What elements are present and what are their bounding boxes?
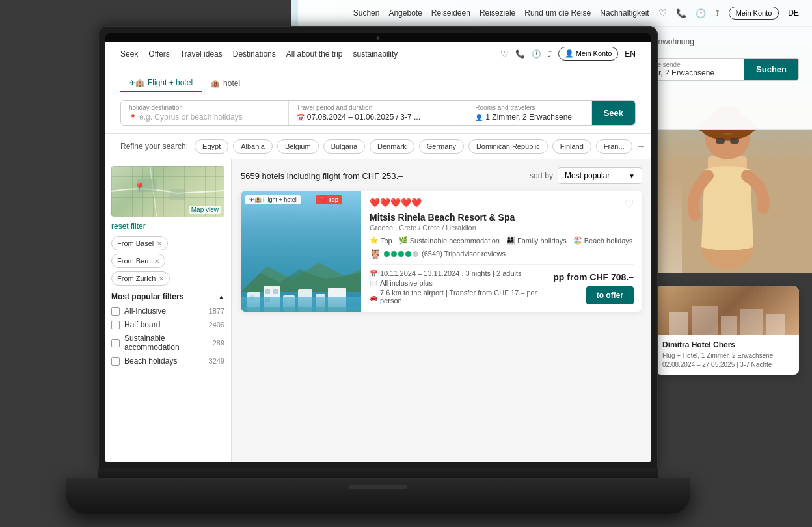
rooms-value[interactable]: 1 Zimmer, 2 Erwachsene <box>485 113 572 122</box>
reset-filter-link[interactable]: reset filter <box>111 222 224 231</box>
checkbox-sustainable[interactable] <box>111 339 120 347</box>
nav-seek[interactable]: Seek <box>120 49 138 59</box>
price-section: pp from CHF 708.– to offer <box>553 272 634 304</box>
filter-chip-basel[interactable]: From Basel ✕ <box>111 236 168 250</box>
chip-close-icon[interactable]: ✕ <box>157 240 162 247</box>
svg-rect-9 <box>669 312 688 335</box>
calendar-booking-icon: 📅 <box>370 270 377 277</box>
filter-all-inclusive[interactable]: All-Inclusive 1877 <box>111 306 224 316</box>
filter-beach-holidays[interactable]: Beach holidays 3249 <box>111 357 224 366</box>
chip-close-icon-zurich[interactable]: ✕ <box>159 275 164 282</box>
results-area: 5659 hotels including flight from CHF 25… <box>232 159 651 462</box>
nav-all-about[interactable]: All about the trip <box>286 49 343 59</box>
calendar-icon: 📅 <box>297 114 304 121</box>
svg-rect-15 <box>169 189 185 200</box>
filter-count-sustainable: 289 <box>213 339 224 347</box>
svg-rect-11 <box>721 316 737 335</box>
filter-arrow-right[interactable]: → <box>637 141 646 152</box>
hotel-details: ❤️❤️❤️❤️❤️ ♡ Mitsis Rinela Beach Resort … <box>361 191 642 312</box>
german-lang[interactable]: DE <box>788 8 799 18</box>
german-nav-angebote[interactable]: Angebote <box>388 8 422 18</box>
filter-tag-albania[interactable]: Albania <box>233 139 273 154</box>
share-icon[interactable]: ⤴ <box>715 8 720 18</box>
filter-chip-zurich[interactable]: From Zurich ✕ <box>111 271 170 286</box>
price-display: pp from CHF 708.– <box>553 272 634 282</box>
person-icon: 👤 <box>475 114 483 121</box>
lang-btn[interactable]: EN <box>625 49 636 59</box>
filter-tag-finland[interactable]: Finland <box>552 139 591 154</box>
german-account-btn[interactable]: Mein Konto <box>729 7 779 20</box>
german-nav-nachhaltigkeit[interactable]: Nachhaltigkeit <box>600 8 649 18</box>
phone-icon-main[interactable]: 📞 <box>515 49 525 59</box>
svg-rect-12 <box>740 309 763 335</box>
heart-icon[interactable]: ♡ <box>500 49 509 59</box>
checkbox-all-inclusive[interactable] <box>111 307 120 316</box>
tab-flight-hotel[interactable]: ✈🏨 Flight + hotel <box>120 74 202 92</box>
filter-tag-dominican[interactable]: Dominican Republic <box>468 139 548 154</box>
hotel-image: ✈🏨 Flight + hotel 🔴 Top <box>241 191 361 312</box>
phone-icon[interactable]: 📞 <box>676 8 686 18</box>
hotel-name: Mitsis Rinela Beach Resort & Spa <box>370 212 634 223</box>
to-offer-button[interactable]: to offer <box>586 286 634 304</box>
nav-offers[interactable]: Offers <box>148 49 169 59</box>
refine-label: Refine your search: <box>120 142 188 151</box>
german-search-button[interactable]: Suchen <box>744 59 798 80</box>
svg-rect-13 <box>766 314 785 335</box>
wishlist-heart-icon[interactable]: ♡ <box>625 198 634 210</box>
filter-tag-belgium[interactable]: Belgium <box>277 139 319 154</box>
seek-button[interactable]: Seek <box>592 101 635 125</box>
nav-destinations[interactable]: Destinations <box>233 49 276 59</box>
filter-tag-fran[interactable]: Fran... <box>596 139 632 154</box>
chevron-up-icon[interactable]: ▲ <box>218 293 224 301</box>
filter-tag-denmark[interactable]: Denmark <box>370 139 414 154</box>
checkbox-half-board[interactable] <box>111 321 120 329</box>
map-view-container[interactable]: 📍 Map view <box>111 166 224 217</box>
preview-hotel-detail2: 02.08.2024 – 27.05.2025 | 3-7 Nächte <box>662 360 792 370</box>
car-icon: 🚗 <box>370 293 377 301</box>
filter-tag-germany[interactable]: Germany <box>419 139 464 154</box>
filter-count-beach: 3249 <box>209 357 224 365</box>
map-view-link[interactable]: Map view <box>189 206 221 214</box>
filter-chip-bern[interactable]: From Bern ✕ <box>111 254 165 268</box>
account-btn[interactable]: 👤 Mein Konto <box>558 47 619 61</box>
hotel-location: Greece , Crete / Crete / Heraklion <box>370 224 634 232</box>
filter-label-all-inclusive: All-Inclusive <box>124 306 204 316</box>
german-nav-suchen[interactable]: Suchen <box>353 8 380 18</box>
chip-close-icon-bern[interactable]: ✕ <box>154 258 159 265</box>
search-panel: ✈🏨 Flight + hotel 🏨 hotel holiday destin… <box>105 66 651 134</box>
filter-count-all-inclusive: 1877 <box>209 307 224 315</box>
german-nav-reiseziele[interactable]: Reiseziele <box>480 8 515 18</box>
badge-flight-hotel: ✈🏨 Flight + hotel <box>245 195 301 204</box>
fork-knife-icon: 🍽️ <box>370 280 377 287</box>
preview-hotel-name: Dimitra Hotel Chers <box>662 340 792 349</box>
sort-label: sort by <box>530 171 553 180</box>
results-count: 5659 hotels including flight from CHF 25… <box>241 171 403 181</box>
destination-input[interactable]: e.g. Cyprus or beach holidays <box>139 113 243 122</box>
left-sidebar: 📍 Map view reset filter From Basel ✕ Fro… <box>105 159 232 462</box>
german-nav-rund[interactable]: Rund um die Reise <box>524 8 591 18</box>
filter-label-half-board: Half board <box>124 320 204 329</box>
filter-sustainable[interactable]: Sustainable accommodation 289 <box>111 334 224 352</box>
filter-section-title[interactable]: Most popular filters ▲ <box>111 292 224 301</box>
filter-tag-bulgaria[interactable]: Bulgaria <box>323 139 365 154</box>
history-icon[interactable]: 🕐 <box>696 8 706 18</box>
feature-beach: 🏖️ Beach holidays <box>573 236 633 245</box>
svg-rect-19 <box>265 289 270 294</box>
checkbox-beach[interactable] <box>111 357 120 366</box>
filter-tag-egypt[interactable]: Egypt <box>195 139 228 154</box>
svg-rect-10 <box>692 306 718 335</box>
hotel-preview-card[interactable]: Dimitra Hotel Chers Flug + Hotel, 1 Zimm… <box>656 286 799 375</box>
nav-sustainability[interactable]: sustainability <box>353 49 398 59</box>
share-icon-main[interactable]: ⤴ <box>548 49 552 59</box>
feature-family: 👨‍👩‍👧 Family holidays <box>506 236 567 245</box>
map-pin-icon: 📍 <box>134 182 145 193</box>
nav-travel-ideas[interactable]: Travel ideas <box>180 49 223 59</box>
filter-half-board[interactable]: Half board 2406 <box>111 320 224 329</box>
german-nav-reiseideen[interactable]: Reiseideen <box>431 8 470 18</box>
sort-select[interactable]: Most popular ▼ <box>558 167 642 184</box>
tab-hotel[interactable]: 🏨 hotel <box>202 74 249 92</box>
wishlist-icon[interactable]: ♡ <box>658 7 667 19</box>
clock-icon[interactable]: 🕐 <box>532 49 541 59</box>
german-nav-bar: Suchen Angebote Reiseideen Reiseziele Ru… <box>298 0 812 27</box>
period-value[interactable]: 07.08.2024 – 01.06.2025 / 3-7 ... <box>307 113 420 122</box>
